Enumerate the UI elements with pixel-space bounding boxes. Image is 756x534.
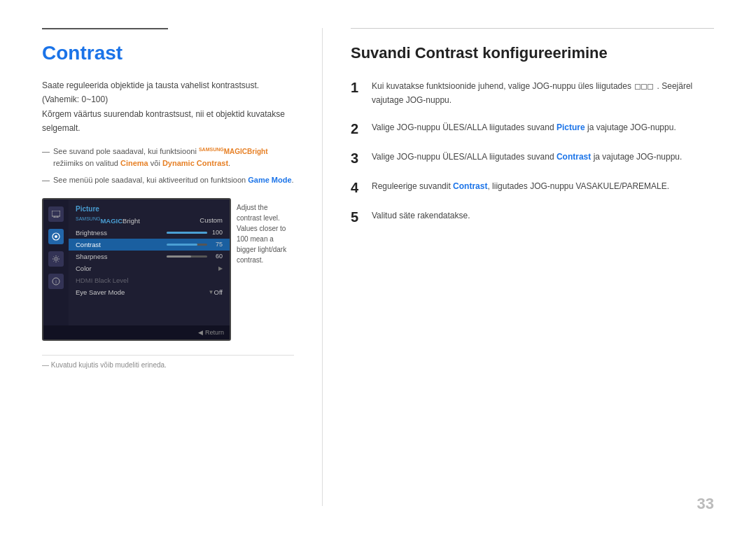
cinema-label: Cinema xyxy=(120,159,148,167)
monitor-sidebar: i xyxy=(43,199,69,325)
top-divider xyxy=(42,28,168,29)
menu-item-brightness: Brightness 100 xyxy=(69,227,230,239)
svg-rect-0 xyxy=(52,211,60,216)
contrast-fill xyxy=(167,244,197,246)
step-3-text: Valige JOG-nuppu ÜLES/ALLA liigutades su… xyxy=(372,150,714,164)
tooltip-text: Adjust the contrast level. Values closer… xyxy=(237,204,286,264)
page-number: 33 xyxy=(697,495,714,513)
step-3: 3 Valige JOG-nuppu ÜLES/ALLA liigutades … xyxy=(351,150,714,167)
sharpness-track xyxy=(167,255,207,258)
step-2-number: 2 xyxy=(351,120,372,137)
step-2-text: Valige JOG-nuppu ÜLES/ALLA liigutades su… xyxy=(372,120,714,134)
tooltip-box: Adjust the contrast level. Values closer… xyxy=(231,198,294,269)
sharpness-fill xyxy=(167,255,191,258)
svg-point-6 xyxy=(55,258,57,260)
jog-icon xyxy=(635,84,653,90)
step-3-highlight: Contrast xyxy=(556,152,591,162)
menu-item-hdmi-label: HDMI Black Level xyxy=(76,276,223,284)
menu-item-hdmi: HDMI Black Level xyxy=(69,274,230,286)
menu-item-eyesaver: Eye Saver Mode ▼ Off xyxy=(69,286,230,298)
monitor-icon-display xyxy=(48,206,64,222)
left-column: Contrast Saate reguleerida objektide ja … xyxy=(42,28,322,506)
contrast-value: 75 xyxy=(210,241,223,248)
brightness-value: 100 xyxy=(210,229,223,236)
menu-item-sharpness: Sharpness 60 xyxy=(69,251,230,262)
right-column: Suvandi Contrast konfigureerimine 1 Kui … xyxy=(322,28,714,506)
brightness-fill xyxy=(167,232,207,234)
menu-item-magicbright-label: SAMSUNGMAGICBright xyxy=(76,216,200,225)
brightness-slider: 100 xyxy=(167,229,223,236)
menu-item-color: Color ▶ xyxy=(69,262,230,274)
monitor-mockup: i Picture SAMSUNGMAGICBright Custom xyxy=(42,198,294,341)
step-4: 4 Reguleerige suvandit Contrast, liiguta… xyxy=(351,179,714,196)
sharpness-slider: 60 xyxy=(167,253,223,260)
svg-point-5 xyxy=(55,235,57,238)
step-4-text: Reguleerige suvandit Contrast, liigutade… xyxy=(372,179,714,193)
monitor-icon-picture xyxy=(48,229,64,244)
menu-item-color-label: Color xyxy=(76,265,218,272)
game-mode-label: Game Mode xyxy=(248,176,291,184)
right-top-divider xyxy=(351,28,714,29)
menu-item-brightness-label: Brightness xyxy=(76,229,167,237)
step-1-text: Kui kuvatakse funktsioonide juhend, vali… xyxy=(372,79,714,108)
step-1: 1 Kui kuvatakse funktsioonide juhend, va… xyxy=(351,79,714,108)
step-2-highlight: Picture xyxy=(556,122,585,132)
step-4-highlight: Contrast xyxy=(453,181,487,191)
menu-item-magicbright-value: Custom xyxy=(200,216,223,224)
eyesaver-arrow: ▼ xyxy=(209,289,214,295)
step-5-text: Valitud säte rakendatakse. xyxy=(372,209,714,223)
color-arrow-icon: ▶ xyxy=(218,265,223,272)
menu-item-contrast-label: Contrast xyxy=(76,241,167,248)
sharpness-value: 60 xyxy=(210,253,223,260)
return-label: ◀ Return xyxy=(198,329,224,336)
menu-header-label: Picture xyxy=(69,202,230,214)
section-title: Suvandi Contrast konfigureerimine xyxy=(351,44,714,62)
dynamic-contrast-label: Dynamic Contrast xyxy=(162,159,228,167)
brightness-track xyxy=(167,232,207,234)
monitor-bottom-bar: ◀ Return xyxy=(43,325,230,339)
step-5-number: 5 xyxy=(351,209,372,225)
magic-bright-label: SAMSUNGMAGICBright xyxy=(199,148,268,155)
step-2: 2 Valige JOG-nuppu ÜLES/ALLA liigutades … xyxy=(351,120,714,137)
monitor-icon-settings xyxy=(48,251,64,267)
step-4-number: 4 xyxy=(351,179,372,196)
svg-text:i: i xyxy=(55,279,57,284)
monitor-icon-info: i xyxy=(48,274,64,289)
monitor-body: i Picture SAMSUNGMAGICBright Custom xyxy=(43,199,230,325)
page-title: Contrast xyxy=(42,42,294,64)
menu-item-magicbright: SAMSUNGMAGICBright Custom xyxy=(69,214,230,227)
footnote: ― Kuvatud kujutis võib mudeliti erineda. xyxy=(42,355,294,369)
step-5: 5 Valitud säte rakendatakse. xyxy=(351,209,714,225)
steps-list: 1 Kui kuvatakse funktsioonide juhend, va… xyxy=(351,79,714,225)
menu-item-eyesaver-label: Eye Saver Mode xyxy=(76,288,209,296)
contrast-track xyxy=(167,244,207,246)
monitor-menu-panel: Picture SAMSUNGMAGICBright Custom Bright… xyxy=(69,199,230,325)
note-2: See menüü pole saadaval, kui aktiveeritu… xyxy=(42,174,294,187)
menu-item-contrast: Contrast 75 xyxy=(69,239,230,251)
monitor-screen: i Picture SAMSUNGMAGICBright Custom xyxy=(42,198,231,341)
description: Saate reguleerida objektide ja tausta va… xyxy=(42,78,294,136)
menu-item-sharpness-label: Sharpness xyxy=(76,253,167,260)
step-1-number: 1 xyxy=(351,79,372,96)
contrast-slider: 75 xyxy=(167,241,223,248)
step-3-number: 3 xyxy=(351,150,372,167)
note-1: See suvand pole saadaval, kui funktsioon… xyxy=(42,146,294,171)
menu-item-eyesaver-value: Off xyxy=(214,288,223,296)
